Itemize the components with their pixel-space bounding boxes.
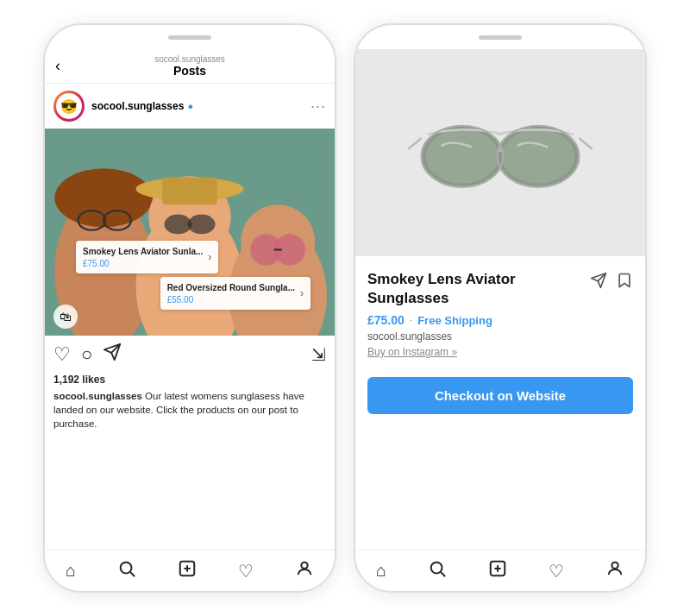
phone-product: Smokey Lens Aviator Sunglasses xyxy=(354,23,647,593)
checkout-button[interactable]: Checkout on Website xyxy=(367,377,633,414)
svg-point-11 xyxy=(164,215,191,235)
bookmark-icon[interactable] xyxy=(616,272,633,293)
phone-top-bar-1 xyxy=(45,25,335,49)
product-tag-1[interactable]: Smokey Lens Aviator Sunla... £75.00 › xyxy=(76,241,218,273)
header-username: socool.sunglasses xyxy=(154,54,225,64)
caption-username[interactable]: socool.sunglasses xyxy=(53,391,142,401)
phone-speaker-2 xyxy=(479,35,522,40)
ig-header: ‹ socool.sunglasses Posts xyxy=(45,49,335,84)
header-title-wrap: socool.sunglasses Posts xyxy=(154,54,225,78)
phone-speaker-1 xyxy=(168,35,211,40)
bottom-nav-1: ⌂ ♡ xyxy=(45,550,335,591)
post-actions: ♡ ○ ⇲ xyxy=(45,336,335,374)
product-price-row: £75.00 · Free Shipping xyxy=(367,313,633,327)
pd-nav-home-button[interactable]: ⌂ xyxy=(376,561,386,581)
back-button[interactable]: ‹ xyxy=(55,57,60,75)
product-sunglasses-image xyxy=(405,101,595,204)
nav-likes-button[interactable]: ♡ xyxy=(238,561,254,581)
post-username[interactable]: socool.sunglasses xyxy=(91,100,184,112)
pd-nav-add-button[interactable] xyxy=(488,559,507,582)
svg-point-26 xyxy=(301,563,307,569)
svg-line-38 xyxy=(441,572,445,576)
comment-button[interactable]: ○ xyxy=(81,343,92,366)
product-price: £75.00 xyxy=(367,313,405,327)
post-header: 😎 socool.sunglasses ● ··· xyxy=(45,84,335,129)
share-icon[interactable] xyxy=(590,272,607,293)
tag-1-arrow: › xyxy=(208,251,211,263)
post-header-left: 😎 socool.sunglasses ● xyxy=(53,91,193,122)
avatar[interactable]: 😎 xyxy=(53,91,85,122)
free-shipping-label: Free Shipping xyxy=(417,314,492,327)
product-title-row: Smokey Lens Aviator Sunglasses xyxy=(367,270,633,308)
phone-content-2: Smokey Lens Aviator Sunglasses xyxy=(355,49,645,591)
more-options-button[interactable]: ··· xyxy=(310,97,326,116)
svg-point-21 xyxy=(121,563,132,574)
share-button[interactable] xyxy=(103,343,122,367)
avatar-inner: 😎 xyxy=(56,93,82,119)
product-action-icons xyxy=(590,272,633,293)
username-wrap: socool.sunglasses ● xyxy=(91,100,193,112)
tag-2-name: Red Oversized Round Sungla... xyxy=(167,282,295,293)
svg-point-30 xyxy=(502,129,575,184)
tag-2-info: Red Oversized Round Sungla... £55.00 xyxy=(167,282,295,305)
product-title: Smokey Lens Aviator Sunglasses xyxy=(367,270,590,308)
svg-point-42 xyxy=(612,563,618,569)
pd-nav-likes-button[interactable]: ♡ xyxy=(549,561,564,581)
shopping-bag-icon[interactable]: 🛍 xyxy=(53,305,78,329)
phone-feed: ‹ socool.sunglasses Posts 😎 socool.sungl… xyxy=(43,23,336,593)
nav-add-button[interactable] xyxy=(178,559,197,582)
buy-on-instagram-link[interactable]: Buy on Instagram » xyxy=(367,346,633,358)
header-title: Posts xyxy=(154,64,225,78)
phone-top-bar-2 xyxy=(355,25,645,49)
pd-nav-search-button[interactable] xyxy=(428,559,447,582)
svg-rect-10 xyxy=(162,177,217,204)
product-image-area xyxy=(355,49,645,256)
nav-home-button[interactable]: ⌂ xyxy=(66,561,76,581)
seller-name: socool.sunglasses xyxy=(367,330,633,343)
price-dot: · xyxy=(410,314,412,326)
post-image[interactable]: Smokey Lens Aviator Sunla... £75.00 › Re… xyxy=(45,129,335,336)
app-container: ‹ socool.sunglasses Posts 😎 socool.sungl… xyxy=(26,6,664,610)
svg-line-32 xyxy=(579,138,592,149)
post-caption: socool.sunglasses Our latest womens sung… xyxy=(45,389,335,437)
actions-left: ♡ ○ xyxy=(53,343,122,367)
svg-line-31 xyxy=(408,138,421,149)
verified-badge: ● xyxy=(187,101,193,111)
svg-line-22 xyxy=(130,572,135,576)
tag-1-name: Smokey Lens Aviator Sunla... xyxy=(83,246,203,257)
nav-profile-button[interactable] xyxy=(295,559,314,582)
pd-nav-profile-button[interactable] xyxy=(605,559,624,582)
svg-point-12 xyxy=(188,215,216,235)
tag-2-price: £55.00 xyxy=(167,295,295,305)
tag-1-price: £75.00 xyxy=(83,259,203,268)
phone-content-1: ‹ socool.sunglasses Posts 😎 socool.sungl… xyxy=(45,49,335,591)
bookmark-button[interactable]: ⇲ xyxy=(311,344,326,365)
bottom-nav-2: ⌂ ♡ xyxy=(355,550,645,591)
product-info: Smokey Lens Aviator Sunglasses xyxy=(355,256,645,550)
tag-2-arrow: › xyxy=(300,287,304,299)
likes-count: 1,192 likes xyxy=(45,374,335,389)
nav-search-button[interactable] xyxy=(117,559,136,582)
like-button[interactable]: ♡ xyxy=(53,343,71,366)
product-tag-2[interactable]: Red Oversized Round Sungla... £55.00 › xyxy=(160,277,310,310)
svg-point-37 xyxy=(431,563,442,574)
tag-1-info: Smokey Lens Aviator Sunla... £75.00 xyxy=(83,246,203,268)
svg-point-28 xyxy=(426,129,499,184)
